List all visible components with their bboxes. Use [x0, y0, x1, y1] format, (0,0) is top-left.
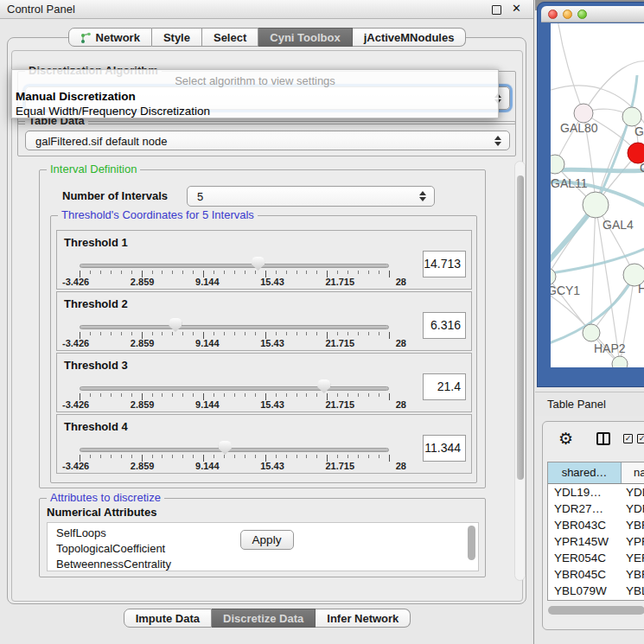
cell-shared-name[interactable]: YLR345W [548, 599, 622, 601]
node-attribute-table[interactable]: shared… na YDL19…YDL1YDR27…YDR2YBR043CYB… [547, 462, 644, 601]
slider-scale-labels: -3.4262.8599.14415.4321.71528 [62, 277, 406, 287]
table-row[interactable]: YPR145WYPR1 [548, 533, 644, 550]
cell-shared-name[interactable]: YPR145W [548, 533, 622, 550]
table-row[interactable]: YBR043CYBR0 [548, 517, 644, 533]
threshold-slider-track[interactable] [80, 264, 389, 268]
thresholds-group-title: Threshold's Coordinates for 5 Intervals [58, 209, 258, 221]
threshold-value-field[interactable]: 6.316 [423, 312, 466, 339]
table-row[interactable]: YLR345WYLR3 [548, 599, 644, 601]
number-of-intervals-combobox[interactable]: 5 [187, 186, 435, 207]
node-label-gcy1: GCY1 [551, 284, 580, 297]
tab-select[interactable]: Select [202, 28, 258, 47]
interval-definition-group: Interval Definition Number of Intervals … [39, 169, 486, 488]
cell-name[interactable]: YPR1 [622, 533, 644, 550]
attributes-list-scrollbar[interactable] [468, 526, 475, 560]
node-partial-top-right[interactable] [622, 107, 641, 126]
columns-icon[interactable] [596, 432, 610, 445]
float-icon[interactable] [492, 5, 501, 15]
control-panel-title-bar: Control Panel ✕ [0, 0, 533, 19]
attribute-list-item[interactable]: BetweennessCentrality [56, 557, 478, 571]
cell-name[interactable]: YER0 [622, 550, 644, 566]
cell-shared-name[interactable]: YBL079W [548, 583, 622, 599]
slider-scale-labels: -3.4262.8599.14415.4321.71528 [62, 461, 406, 471]
table-horizontal-scrollbar[interactable] [548, 606, 644, 615]
threshold-slider-track[interactable] [80, 386, 389, 391]
threshold-slider-thumb[interactable] [252, 257, 265, 271]
threshold-value-field[interactable]: 14.713 [423, 251, 466, 277]
zoom-traffic-light-icon[interactable] [577, 10, 587, 19]
tab-network[interactable]: Network [68, 28, 152, 47]
node-hap2[interactable] [583, 324, 600, 341]
close-traffic-light-icon[interactable] [548, 10, 558, 19]
cell-name[interactable]: YBR0 [622, 566, 644, 583]
scrollbar-thumb[interactable] [517, 175, 524, 480]
table-header-name[interactable]: na [622, 462, 644, 483]
threshold-slider-thumb[interactable] [169, 318, 182, 332]
bottom-tab-discretize-data[interactable]: Discretize Data [212, 609, 316, 628]
dropdown-placeholder-item[interactable]: Select algorithm to view settings [12, 74, 498, 87]
cell-name[interactable]: YLR3 [622, 599, 644, 601]
right-panel: GAL80 GAL11 GAL4 GCY1 HAP2 GA C H Table … [535, 0, 644, 644]
node-gal4[interactable] [583, 192, 609, 218]
table-row[interactable]: YDR27…YDR2 [548, 501, 644, 517]
table-row[interactable]: YDL19…YDL1 [548, 484, 644, 501]
number-of-intervals-value: 5 [197, 190, 203, 203]
panel-title: Control Panel [7, 3, 75, 16]
table-header-shared-name[interactable]: shared… [548, 462, 622, 483]
threshold-slider-thumb[interactable] [317, 379, 330, 393]
cell-name[interactable]: YDR2 [622, 501, 644, 517]
scale-tick-label: 28 [396, 277, 406, 287]
table-data-group: Table Data galFiltered.sif default node [17, 121, 516, 156]
scale-tick-label: 2.859 [131, 461, 155, 471]
threshold-slider-track[interactable] [80, 448, 389, 452]
checkbox-icon[interactable]: ✓ [623, 434, 633, 443]
table-row[interactable]: YER054CYER0 [548, 550, 644, 566]
cell-name[interactable]: YDL1 [622, 484, 644, 501]
table-panel: ⚙ ✓ ✓ shared… na YDL19…YDL1YDR27…YDR2YBR… [542, 421, 644, 630]
threshold-value-field[interactable]: 11.344 [423, 435, 466, 462]
node-label-partial-h: H [638, 282, 644, 296]
threshold-panel: Threshold 2 -3.4262.8599.14415.4321.7152… [56, 291, 472, 351]
tab-style[interactable]: Style [152, 28, 202, 47]
node-label-gal11: GAL11 [551, 176, 588, 190]
threshold-slider-thumb[interactable] [219, 441, 232, 455]
scale-tick-label: 2.859 [131, 338, 155, 348]
cell-shared-name[interactable]: YDR27… [548, 501, 622, 517]
node-gcy1[interactable] [551, 268, 556, 285]
cell-name[interactable]: YBR0 [622, 517, 644, 533]
dropdown-option-manual[interactable]: Manual Discretization [16, 90, 136, 103]
settings-vertical-scrollbar[interactable] [514, 161, 526, 581]
bottom-tab-impute-data[interactable]: Impute Data [124, 609, 212, 628]
network-window-titlebar[interactable] [541, 6, 644, 22]
apply-button[interactable]: Apply [240, 530, 294, 550]
minimize-traffic-light-icon[interactable] [563, 10, 572, 19]
scale-tick-label: 15.43 [260, 461, 284, 471]
table-data-combobox[interactable]: galFiltered.sif default node [25, 131, 510, 150]
cell-shared-name[interactable]: YDL19… [548, 484, 622, 501]
threshold-value-field[interactable]: 21.4 [423, 373, 466, 400]
close-icon[interactable]: ✕ [512, 2, 521, 15]
attributes-group-title: Attributes to discretize [47, 492, 164, 504]
cell-name[interactable]: YBL0 [622, 583, 644, 599]
bottom-tab-infer-network[interactable]: Infer Network [316, 609, 411, 628]
table-row[interactable]: YBR045CYBR0 [548, 566, 644, 583]
threshold-label: Threshold 2 [64, 297, 128, 310]
network-view-window[interactable]: GAL80 GAL11 GAL4 GCY1 HAP2 GA C H [537, 2, 644, 387]
tab-jactivemnodules[interactable]: jActiveMNodules [353, 28, 467, 47]
checkbox-icon[interactable]: ✓ [637, 434, 644, 443]
cell-shared-name[interactable]: YBR043C [548, 517, 622, 533]
cell-shared-name[interactable]: YBR045C [548, 566, 622, 583]
dropdown-option-equal-width[interactable]: Equal Width/Frequency Discretization [16, 105, 210, 118]
threshold-slider-track[interactable] [80, 325, 389, 329]
cell-shared-name[interactable]: YER054C [548, 550, 622, 566]
node-gal80[interactable] [574, 104, 593, 123]
thresholds-group: Threshold's Coordinates for 5 Intervals … [50, 215, 477, 483]
threshold-panel: Threshold 1 -3.4262.8599.14415.4321.7152… [56, 230, 472, 290]
node-partial-bottom[interactable] [612, 356, 628, 367]
gear-icon[interactable]: ⚙ [558, 429, 573, 449]
scale-tick-label: 21.715 [325, 399, 354, 410]
network-canvas[interactable]: GAL80 GAL11 GAL4 GCY1 HAP2 GA C H [551, 23, 644, 367]
tab-cyni-toolbox[interactable]: Cyni Toolbox [258, 28, 352, 47]
table-row[interactable]: YBL079WYBL0 [548, 583, 644, 599]
algorithm-dropdown-popup: Select algorithm to view settings Manual… [11, 69, 499, 118]
